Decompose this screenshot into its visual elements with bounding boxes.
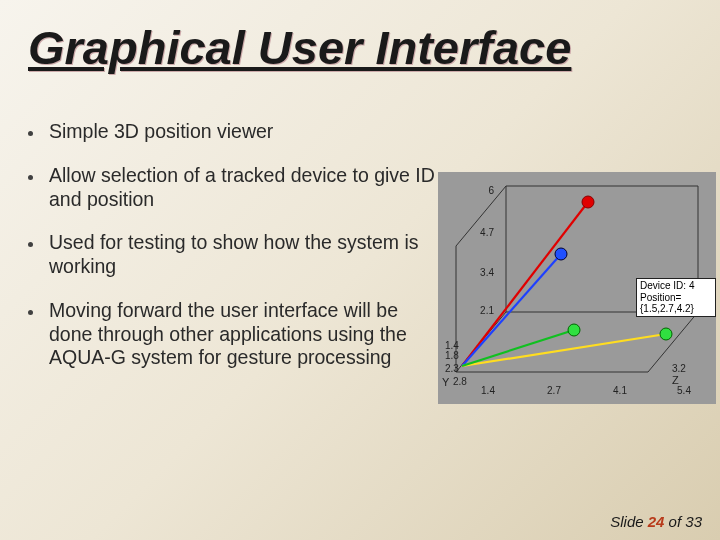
bullet-text: Used for testing to show how the system …: [49, 231, 438, 279]
bullet-text: Simple 3D position viewer: [49, 120, 438, 144]
device-info-label: Device ID: 4 Position={1.5,2.7,4.2}: [636, 278, 716, 317]
list-item: Allow selection of a tracked device to g…: [28, 164, 438, 212]
list-item: Used for testing to show how the system …: [28, 231, 438, 279]
device-position-text: Position={1.5,2.7,4.2}: [640, 292, 712, 315]
bullet-list: Simple 3D position viewer Allow selectio…: [28, 120, 438, 390]
svg-text:Z: Z: [672, 374, 679, 386]
list-item: Simple 3D position viewer: [28, 120, 438, 144]
svg-text:2.8: 2.8: [453, 376, 467, 387]
svg-line-7: [462, 334, 666, 366]
bullet-text: Allow selection of a tracked device to g…: [49, 164, 438, 212]
svg-text:4.1: 4.1: [613, 385, 627, 396]
footer-mid: of: [664, 513, 685, 530]
slide-number: Slide 24 of 33: [610, 513, 702, 530]
svg-point-12: [568, 324, 580, 336]
bullet-text: Moving forward the user interface will b…: [49, 299, 438, 370]
svg-text:4.7: 4.7: [480, 227, 494, 238]
footer-prefix: Slide: [610, 513, 648, 530]
bullet-dot-icon: [28, 131, 33, 136]
bullet-dot-icon: [28, 310, 33, 315]
svg-text:5.4: 5.4: [677, 385, 691, 396]
svg-text:2.1: 2.1: [480, 305, 494, 316]
svg-text:1.8: 1.8: [445, 350, 459, 361]
svg-text:2.3: 2.3: [445, 363, 459, 374]
svg-point-11: [660, 328, 672, 340]
slide-title: Graphical User Interface: [28, 20, 571, 75]
svg-text:6: 6: [488, 185, 494, 196]
footer-current: 24: [648, 513, 665, 530]
svg-text:3.4: 3.4: [480, 267, 494, 278]
svg-text:2.7: 2.7: [547, 385, 561, 396]
device-id-text: Device ID: 4: [640, 280, 712, 292]
svg-point-9: [582, 196, 594, 208]
list-item: Moving forward the user interface will b…: [28, 299, 438, 370]
plot-3d-figure: 6 4.7 3.4 2.1 1.4 1.8 2.3 2.8 Y 1.4 2.7 …: [438, 172, 716, 404]
svg-text:3.2: 3.2: [672, 363, 686, 374]
svg-text:1.4: 1.4: [481, 385, 495, 396]
bullet-dot-icon: [28, 242, 33, 247]
bullet-dot-icon: [28, 175, 33, 180]
footer-total: 33: [685, 513, 702, 530]
svg-point-10: [555, 248, 567, 260]
svg-text:Y: Y: [442, 376, 450, 388]
